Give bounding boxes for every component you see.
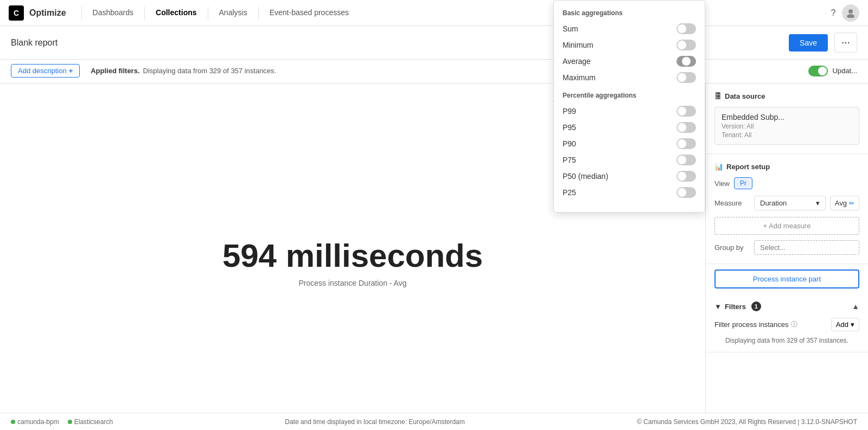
view-label: View: [714, 179, 730, 188]
bottom-left: camunda-bpm Elasticsearch: [11, 418, 113, 426]
bottom-bar: camunda-bpm Elasticsearch Date and time …: [0, 413, 868, 430]
nav-separator: [208, 7, 208, 20]
data-source-box[interactable]: Embedded Subp... Version: All Tenant: Al…: [714, 107, 859, 145]
filters-section: ▼ Filters 1 ▲ Filter process instances ⓘ…: [706, 294, 868, 352]
auto-update-toggle[interactable]: [808, 66, 828, 76]
agg-toggle[interactable]: [676, 138, 696, 149]
percentile-agg-row: P95: [563, 122, 696, 133]
group-by-row: Group by: [714, 240, 859, 255]
data-source-meta-version: Version: All: [722, 123, 852, 130]
percentile-agg-title: Percentile aggregations: [563, 92, 696, 99]
agg-toggle[interactable]: [676, 106, 696, 117]
filter-count-badge: 1: [751, 301, 761, 311]
filters-header: ▼ Filters 1 ▲: [714, 301, 859, 311]
measure-select[interactable]: Duration ▾: [754, 196, 826, 210]
agg-label: P25: [563, 188, 576, 197]
data-source-title: 🗄 Data source: [714, 92, 859, 100]
agg-toggle[interactable]: [676, 122, 696, 133]
process-instance-part-button[interactable]: Process instance part: [714, 269, 859, 288]
elasticsearch-status: Elasticsearch: [68, 418, 113, 426]
app-name: Optimize: [29, 8, 66, 18]
more-options-button[interactable]: ⋯: [834, 33, 857, 53]
nav-collections[interactable]: Collections: [147, 0, 205, 26]
view-pr-button[interactable]: Pr: [734, 177, 752, 189]
save-button[interactable]: Save: [789, 34, 828, 52]
add-filter-button[interactable]: Add ▾: [831, 318, 859, 331]
agg-label: P50 (median): [563, 172, 608, 181]
measure-label: Measure: [714, 199, 750, 207]
aggregations-popup: Basic aggregations SumMinimumAverageMaxi…: [553, 84, 705, 213]
add-measure-button[interactable]: + Add measure: [714, 217, 859, 235]
percentile-agg-row: P90: [563, 138, 696, 149]
data-source-meta-tenant: Tenant: All: [722, 131, 852, 139]
agg-label: P90: [563, 139, 576, 148]
data-source-name: Embedded Subp...: [722, 113, 852, 121]
agg-label: P95: [563, 123, 576, 132]
main-container: Save ⋯ Add description + Applied filters…: [0, 26, 868, 430]
nav-dashboards[interactable]: Dashboards: [84, 0, 143, 26]
metric-label: Process instance Duration - Avg: [299, 279, 407, 287]
database-icon: 🗄: [714, 92, 722, 100]
nav-analysis[interactable]: Analysis: [210, 0, 256, 26]
camunda-bpm-status: camunda-bpm: [11, 418, 59, 426]
report-setup-section: 📊 Report setup View Pr Measure Duration …: [706, 154, 868, 264]
timezone-info: Date and time displayed in local timezon…: [285, 418, 465, 426]
nav-event-processes[interactable]: Event-based processes: [261, 0, 358, 26]
group-by-label: Group by: [714, 243, 750, 252]
percentile-agg-row: P25: [563, 187, 696, 198]
nav-separator: [258, 7, 259, 20]
aggregation-badge[interactable]: Avg ✏: [830, 196, 859, 210]
filters-collapse-button[interactable]: ▲: [852, 302, 859, 311]
agg-toggle[interactable]: [676, 187, 696, 198]
add-description-button[interactable]: Add description +: [11, 64, 80, 78]
agg-toggle[interactable]: [676, 155, 696, 165]
agg-label: P99: [563, 107, 576, 115]
update-label: Updat...: [832, 67, 857, 75]
nav-separator: [144, 7, 145, 20]
sub-header: Add description + Applied filters. Displ…: [0, 60, 868, 84]
filter-info: Applied filters. Displaying data from 32…: [91, 67, 276, 75]
nav-separator: [81, 7, 82, 20]
filters-title: ▼ Filters 1: [714, 301, 761, 311]
top-nav: C Optimize Dashboards Collections Analys…: [0, 0, 868, 26]
copyright-info: © Camunda Services GmbH 2023, All Rights…: [637, 418, 857, 426]
content-area: Visualization Number ▾ ⚙ 594 millisecond…: [0, 84, 868, 413]
report-setup-title: 📊 Report setup: [714, 163, 859, 171]
metric-value: 594 milliseconds: [222, 237, 483, 274]
help-icon[interactable]: ?: [825, 4, 842, 22]
svg-point-0: [848, 9, 853, 14]
group-by-select[interactable]: [754, 240, 859, 255]
percentile-agg-row: P50 (median): [563, 171, 696, 182]
info-icon: ⓘ: [791, 320, 797, 329]
agg-label: P75: [563, 156, 576, 164]
chevron-down-icon: ▾: [851, 320, 854, 329]
app-logo: C: [9, 5, 24, 21]
filter-data-info: Displaying data from 329 of 357 instance…: [714, 337, 859, 344]
view-row: View Pr: [714, 177, 859, 189]
agg-toggle[interactable]: [676, 171, 696, 182]
report-header: Save ⋯: [0, 26, 868, 60]
filter-process-row: Filter process instances ⓘ Add ▾: [714, 318, 859, 331]
data-source-section: 🗄 Data source Embedded Subp... Version: …: [706, 84, 868, 154]
filter-process-label: Filter process instances ⓘ: [714, 320, 797, 329]
svg-point-1: [847, 14, 854, 18]
percentile-agg-row: P99: [563, 106, 696, 117]
chart-icon: 📊: [714, 163, 723, 171]
edit-icon: ✏: [849, 200, 854, 207]
right-panel: 🗄 Data source Embedded Subp... Version: …: [705, 84, 868, 413]
user-avatar[interactable]: [842, 4, 859, 22]
measure-row: Measure Duration ▾ Avg ✏: [714, 196, 859, 210]
filter-icon: ▼: [714, 303, 722, 311]
percentile-agg-row: P75: [563, 155, 696, 165]
